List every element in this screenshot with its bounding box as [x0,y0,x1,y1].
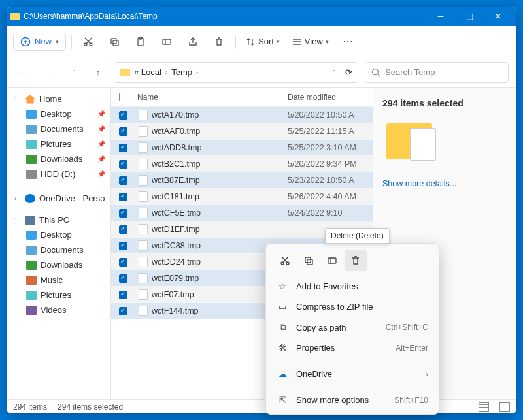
more-button[interactable]: ⋯ [337,31,359,53]
cm-copy-path[interactable]: ⧉Copy as pathCtrl+Shift+C [270,317,435,338]
sidebar-item-thispc[interactable]: ˅This PC [7,212,110,227]
cm-delete-button[interactable] [345,250,367,271]
new-button[interactable]: New ▾ [13,33,66,51]
file-date: 5/20/2022 10:50 A [288,110,373,120]
cm-rename-button[interactable] [321,250,343,271]
row-checkbox[interactable] [119,225,127,234]
row-checkbox[interactable] [119,274,127,283]
svg-rect-12 [307,259,312,265]
sidebar-item-downloads2[interactable]: Downloads [7,257,110,272]
file-name: wctD1EF.tmp [152,225,200,234]
rename-button[interactable] [156,31,178,53]
file-row[interactable]: wctC181.tmp5/26/2022 4:40 AM [111,189,373,205]
folder-icon [120,69,130,76]
sidebar-item-hdd[interactable]: HDD (D:)📌 [7,167,110,182]
sidebar-item-onedrive[interactable]: ›OneDrive - Perso [7,191,110,206]
search-input[interactable]: Search Temp [365,62,509,83]
file-name: wctF144.tmp [152,306,199,315]
delete-button[interactable] [208,31,230,53]
sidebar-item-pictures[interactable]: Pictures📌 [7,137,110,152]
breadcrumb[interactable]: « Local › Temp › ˅ ⟳ [114,62,358,83]
sidebar-item-documents2[interactable]: Documents [7,242,110,257]
file-row[interactable]: wctADD8.tmp5/25/2022 3:10 AM [111,140,373,156]
up-button[interactable]: ↑ [89,63,107,82]
delete-tooltip: Delete (Delete) [325,228,390,244]
cm-copy-button[interactable] [297,250,320,271]
status-bar: 294 items 294 items selected [7,399,516,413]
cm-more-options[interactable]: ⇱Show more optionsShift+F10 [270,390,435,410]
copy-button[interactable] [103,31,126,53]
close-button[interactable]: ✕ [484,7,513,26]
sidebar-item-documents[interactable]: Documents📌 [7,121,110,137]
chevron-down-icon[interactable]: ˅ [333,69,336,76]
column-date[interactable]: Date modified [288,93,373,102]
view-icon [292,37,302,47]
recent-button[interactable]: ˅ [64,63,82,82]
sidebar-item-downloads[interactable]: Downloads📌 [7,152,110,167]
row-checkbox[interactable] [119,242,127,250]
row-checkbox[interactable] [119,209,127,218]
details-view-button[interactable] [479,402,489,412]
cm-properties[interactable]: 🛠PropertiesAlt+Enter [270,338,435,358]
maximize-button[interactable]: ▢ [455,7,484,26]
file-row[interactable]: wctB2C1.tmp5/20/2022 9:34 PM [111,156,373,172]
sidebar-item-home[interactable]: ˅Home [7,91,110,106]
forward-button[interactable]: → [39,63,58,82]
share-button[interactable] [182,31,204,53]
copypath-icon: ⧉ [277,322,288,332]
refresh-button[interactable]: ⟳ [345,67,352,77]
file-icon [139,306,148,316]
sidebar: ˅Home Desktop📌 Documents📌 Pictures📌 Down… [7,88,111,399]
file-icon [139,289,148,300]
row-checkbox[interactable] [119,193,127,201]
view-button[interactable]: View ▾ [288,37,333,47]
file-row[interactable]: wctB87E.tmp5/23/2022 10:50 A [111,172,373,189]
star-icon: ☆ [277,282,288,291]
sort-button[interactable]: Sort ▾ [241,37,284,47]
show-more-details-link[interactable]: Show more details... [382,179,507,188]
file-name: wctA170.tmp [152,110,199,120]
row-checkbox[interactable] [119,111,127,120]
paste-button[interactable] [129,31,152,53]
file-icon [139,191,148,202]
row-checkbox[interactable] [119,160,127,169]
row-checkbox[interactable] [119,144,127,152]
select-all-checkbox[interactable] [119,93,127,101]
cm-add-favorites[interactable]: ☆Add to Favorites [270,276,435,297]
sidebar-item-desktop2[interactable]: Desktop [7,227,110,242]
search-icon [371,67,381,78]
file-name: wctE079.tmp [152,274,199,283]
row-checkbox[interactable] [119,258,127,267]
cm-cut-button[interactable] [274,250,296,271]
column-name[interactable]: Name [135,93,288,102]
sort-icon [245,37,256,47]
file-date: 5/24/2022 9:10 [288,208,373,218]
cloud-icon: ☁ [277,369,288,379]
file-row[interactable]: wctA170.tmp5/20/2022 10:50 A [111,107,373,123]
file-date: 5/25/2022 3:10 AM [288,143,373,152]
sidebar-item-music[interactable]: Music [7,272,110,287]
cm-compress-zip[interactable]: ▭Compress to ZIP file [270,297,435,317]
back-button[interactable]: ← [14,63,33,82]
file-icon [139,240,148,251]
file-row[interactable]: wctAAF0.tmp5/25/2022 11:15 A [111,123,373,140]
chevron-down-icon: ▾ [56,39,59,45]
file-icon [139,126,148,137]
more-icon: ⇱ [277,395,288,405]
cm-onedrive[interactable]: ☁OneDrive› [270,364,435,384]
row-checkbox[interactable] [119,127,127,136]
row-checkbox[interactable] [119,307,127,315]
file-name: wctB87E.tmp [152,176,200,185]
sidebar-item-pictures2[interactable]: Pictures [7,287,110,302]
window-title: C:\Users\hamma\AppData\Local\Temp [24,12,158,21]
minimize-button[interactable]: ─ [426,7,455,26]
icons-view-button[interactable] [499,402,510,412]
file-icon [139,159,148,169]
file-date: 5/25/2022 11:15 A [288,127,373,136]
row-checkbox[interactable] [119,291,127,299]
row-checkbox[interactable] [119,176,127,185]
sidebar-item-videos[interactable]: Videos [7,302,110,317]
file-row[interactable]: wctCF5E.tmp5/24/2022 9:10 [111,205,373,221]
sidebar-item-desktop[interactable]: Desktop📌 [7,106,110,121]
cut-button[interactable] [77,31,99,53]
